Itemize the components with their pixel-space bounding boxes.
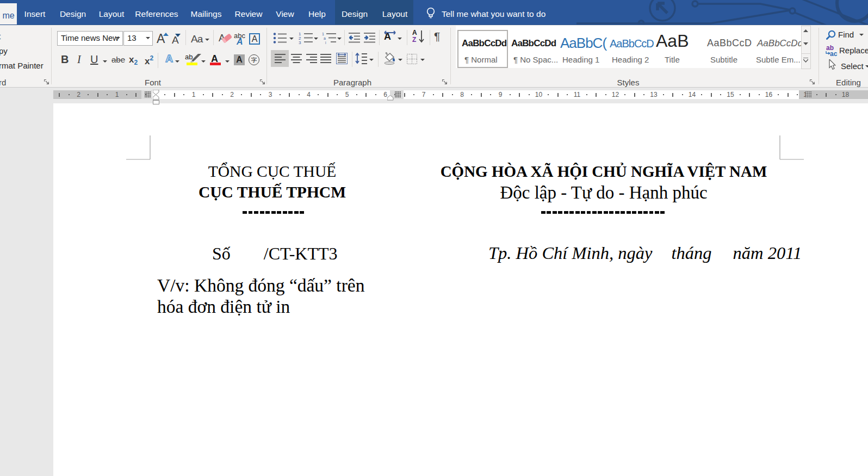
svg-text:3: 3 (299, 40, 301, 44)
svg-text:A: A (165, 53, 173, 64)
svg-text:1: 1 (322, 32, 324, 36)
svg-text:i: i (325, 41, 326, 44)
svg-text:a: a (324, 36, 326, 40)
